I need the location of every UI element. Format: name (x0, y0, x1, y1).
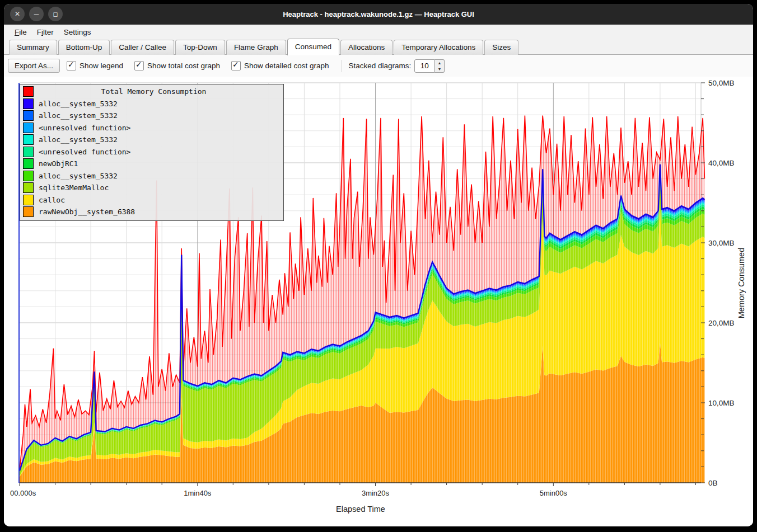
close-button[interactable]: ✕ (10, 7, 25, 21)
window-frame: ✕─◻ Heaptrack - heaptrack.wakunode.1.gz … (4, 4, 753, 526)
legend-row: <unresolved function> (20, 122, 283, 134)
legend-swatch (23, 195, 34, 205)
tab-bottom-up[interactable]: Bottom-Up (58, 40, 110, 55)
legend-swatch (23, 86, 34, 97)
legend-row: newObjRC1 (20, 158, 283, 170)
window-controls: ✕─◻ (10, 7, 63, 21)
y-tick-label: 20,0MB (708, 319, 735, 327)
x-tick-label: 5min00s (540, 489, 568, 497)
checkbox-show-legend[interactable]: ✓Show legend (67, 61, 123, 70)
legend-label: alloc__system_5332 (39, 100, 118, 108)
checkbox-label: Show total cost graph (147, 62, 220, 70)
spinbox-value[interactable]: 10 (414, 59, 434, 73)
legend-label: alloc__system_5332 (39, 135, 118, 144)
checkbox-box[interactable]: ✓ (67, 61, 76, 70)
x-tick-label: 00.000s (10, 489, 36, 497)
minimize-icon: ─ (34, 11, 39, 17)
legend-label: <unresolved function> (39, 148, 130, 156)
tab-summary[interactable]: Summary (9, 40, 57, 55)
checkmark-icon: ✓ (68, 60, 74, 69)
y-tick-label: 30,0MB (708, 239, 735, 247)
legend-row: calloc (20, 194, 283, 206)
legend-swatch (23, 123, 34, 133)
export-as-button[interactable]: Export As... (8, 59, 60, 73)
memory-consumption-chart[interactable]: 0B10,0MB20,0MB30,0MB40,0MB50,0MB00.000s1… (4, 77, 753, 526)
legend-swatch (23, 171, 34, 181)
maximize-button[interactable]: ◻ (48, 7, 63, 21)
checkbox-group: ✓Show legend✓Show total cost graph✓Show … (67, 61, 340, 70)
y-tick-label: 50,0MB (708, 79, 735, 87)
title-bar[interactable]: ✕─◻ Heaptrack - heaptrack.wakunode.1.gz … (4, 4, 753, 25)
legend-row: alloc__system_5332 (20, 170, 283, 182)
checkbox-show-total-cost-graph[interactable]: ✓Show total cost graph (134, 61, 220, 70)
legend-swatch (23, 98, 34, 109)
close-icon: ✕ (15, 11, 20, 17)
legend-label: calloc (39, 196, 65, 204)
legend-row: alloc__system_5332 (20, 134, 283, 146)
y-tick-label: 0B (708, 479, 718, 487)
tab-bar: SummaryBottom-UpCaller / CalleeTop-DownF… (4, 39, 753, 55)
legend-row: sqlite3MemMalloc (20, 182, 283, 194)
tab-sizes[interactable]: Sizes (484, 40, 518, 55)
legend-swatch (23, 147, 34, 157)
y-axis-title: Memory Consumed (737, 248, 746, 319)
tab-allocations[interactable]: Allocations (340, 40, 392, 55)
menu-bar: FileFilterSettings (4, 25, 753, 39)
x-tick-label: 1min40s (184, 489, 212, 497)
spin-down-icon[interactable]: ▼ (434, 66, 444, 72)
legend-row: alloc__system_5332 (20, 110, 283, 122)
checkmark-icon: ✓ (135, 60, 142, 69)
chart-legend: Total Memory Consumptionalloc__system_53… (20, 84, 284, 221)
checkbox-show-detailed-cost-graph[interactable]: ✓Show detailed cost graph (231, 61, 329, 70)
tab-consumed[interactable]: Consumed (287, 39, 339, 55)
checkbox-label: Show legend (80, 62, 123, 70)
legend-swatch (23, 158, 34, 169)
menu-settings[interactable]: Settings (59, 26, 96, 38)
legend-row: rawNewObj__system_6388 (20, 206, 283, 218)
legend-title-row: Total Memory Consumption (20, 86, 283, 98)
tab-flame-graph[interactable]: Flame Graph (226, 40, 286, 55)
application-window: ✕─◻ Heaptrack - heaptrack.wakunode.1.gz … (0, 0, 757, 532)
stacked-diagrams-spinbox[interactable]: 10 ▲ ▼ (414, 59, 445, 73)
legend-label: newObjRC1 (39, 159, 78, 168)
tab-caller-callee[interactable]: Caller / Callee (111, 40, 174, 55)
legend-label: <unresolved function> (39, 124, 130, 132)
legend-swatch (23, 206, 34, 217)
legend-label: alloc__system_5332 (39, 111, 118, 120)
x-axis-title: Elapsed Time (336, 505, 385, 514)
legend-label: rawNewObj__system_6388 (39, 208, 135, 216)
toolbar-separator (342, 60, 342, 72)
x-tick-label: 3min20s (362, 489, 390, 497)
toolbar: Export As... ✓Show legend✓Show total cos… (4, 55, 753, 77)
legend-label: Total Memory Consumption (39, 87, 269, 96)
tab-temporary-allocations[interactable]: Temporary Allocations (394, 40, 483, 55)
legend-label: sqlite3MemMalloc (39, 183, 109, 192)
legend-row: <unresolved function> (20, 146, 283, 158)
y-tick-label: 10,0MB (708, 399, 735, 407)
y-tick-label: 40,0MB (708, 159, 735, 167)
legend-swatch (23, 110, 34, 121)
checkbox-label: Show detailed cost graph (244, 62, 329, 70)
checkmark-icon: ✓ (232, 60, 239, 69)
window-title: Heaptrack - heaptrack.wakunode.1.gz — He… (283, 10, 474, 18)
spinbox-arrows: ▲ ▼ (434, 59, 445, 73)
legend-swatch (23, 134, 34, 145)
minimize-button[interactable]: ─ (29, 7, 44, 21)
legend-label: alloc__system_5332 (39, 172, 118, 180)
legend-row: alloc__system_5332 (20, 98, 283, 110)
maximize-icon: ◻ (53, 11, 58, 17)
menu-file[interactable]: File (10, 26, 32, 38)
stacked-diagrams-label: Stacked diagrams: (349, 62, 412, 70)
spin-up-icon[interactable]: ▲ (434, 60, 444, 66)
tab-top-down[interactable]: Top-Down (175, 40, 225, 55)
menu-filter[interactable]: Filter (32, 26, 59, 38)
checkbox-box[interactable]: ✓ (231, 61, 241, 70)
legend-swatch (23, 182, 34, 193)
checkbox-box[interactable]: ✓ (134, 61, 144, 70)
